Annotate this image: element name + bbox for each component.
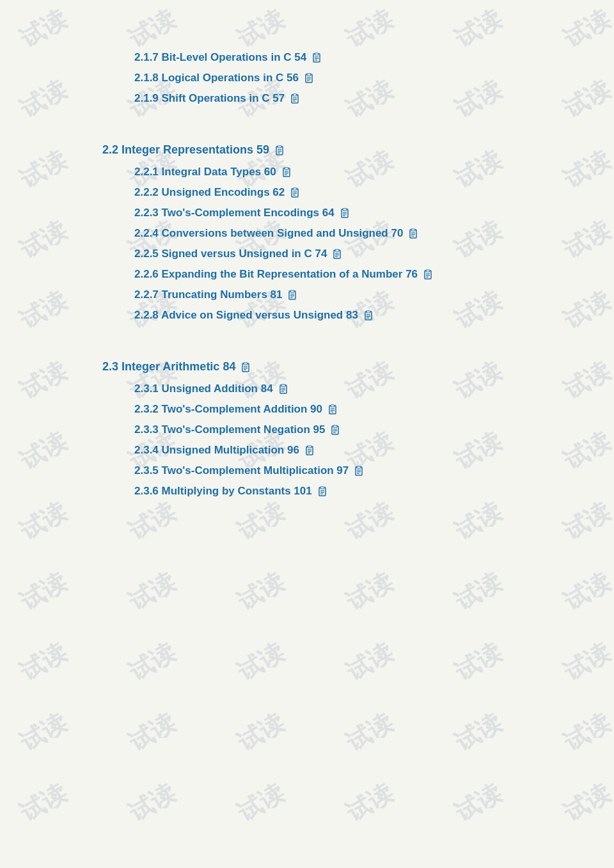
toc-label-225: 2.2.5 Signed versus Unsigned in C 74 bbox=[134, 248, 327, 260]
clipboard-icon-236 bbox=[317, 486, 327, 496]
toc-item-23: 2.3 Integer Arithmetic 84 bbox=[102, 360, 512, 374]
toc-label-231: 2.3.1 Unsigned Addition 84 bbox=[134, 383, 273, 395]
toc-label-219: 2.1.9 Shift Operations in C 57 bbox=[134, 92, 285, 105]
toc-link-218[interactable]: 2.1.8 Logical Operations in C 56 bbox=[134, 72, 314, 84]
toc-link-235[interactable]: 2.3.5 Two's-Complement Multiplication 97 bbox=[134, 464, 364, 477]
clipboard-icon-221 bbox=[281, 167, 292, 177]
clipboard-icon-23 bbox=[240, 362, 251, 372]
toc-link-236[interactable]: 2.3.6 Multiplying by Constants 101 bbox=[134, 485, 327, 498]
svg-rect-81 bbox=[308, 446, 311, 448]
toc-item-228: 2.2.8 Advice on Signed versus Unsigned 8… bbox=[134, 309, 512, 322]
toc-link-22[interactable]: 2.2 Integer Representations 59 bbox=[102, 143, 285, 157]
toc-label-218: 2.1.8 Logical Operations in C 56 bbox=[134, 72, 299, 84]
toc-label-233: 2.3.3 Two's-Complement Negation 95 bbox=[134, 423, 325, 436]
toc-item-221: 2.2.1 Integral Data Types 60 bbox=[134, 166, 512, 178]
toc-item-231: 2.3.1 Unsigned Addition 84 bbox=[134, 383, 512, 395]
clipboard-icon-226 bbox=[423, 269, 433, 280]
toc-item-223: 2.2.3 Two's-Complement Encodings 64 bbox=[134, 207, 512, 219]
svg-rect-91 bbox=[320, 487, 324, 489]
toc-item-232: 2.3.2 Two's-Complement Addition 90 bbox=[134, 403, 512, 416]
toc-label-217: 2.1.7 Bit-Level Operations in C 54 bbox=[134, 51, 306, 64]
svg-rect-76 bbox=[333, 425, 337, 427]
clipboard-icon-232 bbox=[327, 404, 338, 414]
toc-label-222: 2.2.2 Unsigned Encodings 62 bbox=[134, 186, 285, 199]
section-22-subitems: 2.2.1 Integral Data Types 60 2.2.2 bbox=[102, 166, 512, 322]
toc-item-227: 2.2.7 Truncating Numbers 81 bbox=[134, 288, 512, 301]
toc-label-224: 2.2.4 Conversions between Signed and Uns… bbox=[134, 227, 403, 240]
section-21-subsections: 2.1.7 Bit-Level Operations in C 54 2.1.8… bbox=[102, 51, 512, 105]
toc-link-223[interactable]: 2.2.3 Two's-Complement Encodings 64 bbox=[134, 207, 350, 219]
toc-item-224: 2.2.4 Conversions between Signed and Uns… bbox=[134, 227, 512, 240]
clipboard-icon-224 bbox=[408, 228, 418, 239]
toc-link-232[interactable]: 2.3.2 Two's-Complement Addition 90 bbox=[134, 403, 338, 416]
clipboard-icon-235 bbox=[354, 466, 364, 476]
toc-item-217: 2.1.7 Bit-Level Operations in C 54 bbox=[134, 51, 512, 64]
toc-link-217[interactable]: 2.1.7 Bit-Level Operations in C 54 bbox=[134, 51, 322, 64]
svg-rect-21 bbox=[285, 168, 288, 170]
toc-label-226: 2.2.6 Expanding the Bit Representation o… bbox=[134, 268, 418, 281]
toc-label-23: 2.3 Integer Arithmetic 84 bbox=[102, 360, 235, 374]
svg-rect-66 bbox=[281, 384, 285, 386]
toc-link-219[interactable]: 2.1.9 Shift Operations in C 57 bbox=[134, 92, 300, 105]
toc-item-235: 2.3.5 Two's-Complement Multiplication 97 bbox=[134, 464, 512, 477]
clipboard-icon-22 bbox=[274, 145, 285, 155]
svg-rect-61 bbox=[244, 363, 248, 365]
toc-label-232: 2.3.2 Two's-Complement Addition 90 bbox=[134, 403, 322, 416]
toc-label-221: 2.2.1 Integral Data Types 60 bbox=[134, 166, 276, 178]
svg-rect-31 bbox=[343, 209, 347, 210]
svg-rect-6 bbox=[307, 74, 311, 75]
clipboard-icon-227 bbox=[287, 290, 297, 300]
toc-label-22: 2.2 Integer Representations 59 bbox=[102, 143, 269, 157]
clipboard-icon-225 bbox=[332, 249, 342, 259]
toc-label-228: 2.2.8 Advice on Signed versus Unsigned 8… bbox=[134, 309, 358, 322]
toc-link-233[interactable]: 2.3.3 Two's-Complement Negation 95 bbox=[134, 423, 340, 436]
toc-label-227: 2.2.7 Truncating Numbers 81 bbox=[134, 288, 282, 301]
clipboard-icon-233 bbox=[330, 425, 340, 435]
toc-label-235: 2.3.5 Two's-Complement Multiplication 97 bbox=[134, 464, 349, 477]
toc-item-218: 2.1.8 Logical Operations in C 56 bbox=[134, 72, 512, 84]
svg-rect-36 bbox=[411, 229, 415, 231]
toc-item-226: 2.2.6 Expanding the Bit Representation o… bbox=[134, 268, 512, 281]
toc-item-234: 2.3.4 Unsigned Multiplication 96 bbox=[134, 444, 512, 457]
toc-link-231[interactable]: 2.3.1 Unsigned Addition 84 bbox=[134, 383, 288, 395]
svg-rect-46 bbox=[426, 270, 430, 272]
svg-rect-26 bbox=[293, 188, 297, 190]
section-23-subitems: 2.3.1 Unsigned Addition 84 2.3.2 Tw bbox=[102, 383, 512, 498]
toc-item-222: 2.2.2 Unsigned Encodings 62 bbox=[134, 186, 512, 199]
toc-label-223: 2.2.3 Two's-Complement Encodings 64 bbox=[134, 207, 335, 219]
toc-link-221[interactable]: 2.2.1 Integral Data Types 60 bbox=[134, 166, 292, 178]
clipboard-icon-223 bbox=[340, 208, 350, 218]
svg-rect-86 bbox=[357, 466, 361, 468]
svg-rect-16 bbox=[278, 146, 281, 148]
svg-rect-56 bbox=[366, 311, 370, 313]
clipboard-icon-234 bbox=[304, 445, 315, 455]
svg-rect-41 bbox=[335, 249, 339, 251]
svg-rect-11 bbox=[293, 94, 297, 96]
clipboard-icon-222 bbox=[290, 187, 300, 198]
clipboard-icon-228 bbox=[363, 310, 374, 320]
clipboard-icon-231 bbox=[278, 384, 288, 394]
toc-link-224[interactable]: 2.2.4 Conversions between Signed and Uns… bbox=[134, 227, 418, 240]
toc-item-233: 2.3.3 Two's-Complement Negation 95 bbox=[134, 423, 512, 436]
section-23: 2.3 Integer Arithmetic 84 2.3.1 Unsigned… bbox=[102, 360, 512, 498]
toc-label-234: 2.3.4 Unsigned Multiplication 96 bbox=[134, 444, 299, 457]
toc-item-225: 2.2.5 Signed versus Unsigned in C 74 bbox=[134, 248, 512, 260]
toc-item-22: 2.2 Integer Representations 59 bbox=[102, 143, 512, 157]
clipboard-icon-217 bbox=[311, 52, 322, 63]
toc-link-222[interactable]: 2.2.2 Unsigned Encodings 62 bbox=[134, 186, 300, 199]
toc-link-234[interactable]: 2.3.4 Unsigned Multiplication 96 bbox=[134, 444, 315, 457]
toc-link-225[interactable]: 2.2.5 Signed versus Unsigned in C 74 bbox=[134, 248, 342, 260]
toc-content: 2.1.7 Bit-Level Operations in C 54 2.1.8… bbox=[0, 0, 614, 556]
toc-label-236: 2.3.6 Multiplying by Constants 101 bbox=[134, 485, 312, 498]
toc-link-227[interactable]: 2.2.7 Truncating Numbers 81 bbox=[134, 288, 297, 301]
section-22: 2.2 Integer Representations 59 2.2.1 Int… bbox=[102, 143, 512, 322]
toc-link-23[interactable]: 2.3 Integer Arithmetic 84 bbox=[102, 360, 251, 374]
toc-item-219: 2.1.9 Shift Operations in C 57 bbox=[134, 92, 512, 105]
svg-rect-71 bbox=[331, 405, 335, 407]
toc-item-236: 2.3.6 Multiplying by Constants 101 bbox=[134, 485, 512, 498]
clipboard-icon-218 bbox=[304, 73, 314, 83]
svg-rect-51 bbox=[290, 290, 294, 292]
toc-link-228[interactable]: 2.2.8 Advice on Signed versus Unsigned 8… bbox=[134, 309, 374, 322]
toc-link-226[interactable]: 2.2.6 Expanding the Bit Representation o… bbox=[134, 268, 433, 281]
svg-rect-1 bbox=[315, 53, 319, 55]
